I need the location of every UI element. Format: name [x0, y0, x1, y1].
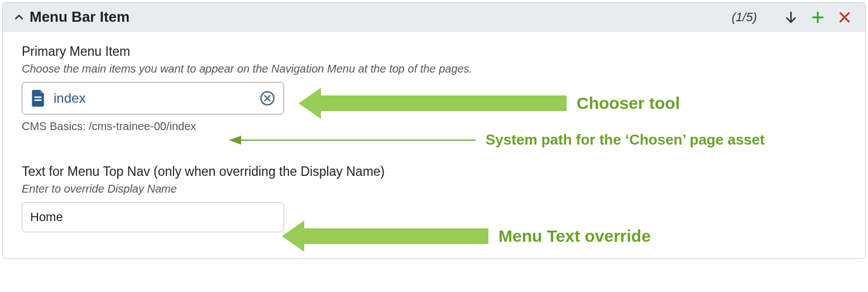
primary-menu-help: Choose the main items you want to appear… — [22, 63, 846, 75]
panel-title: Menu Bar Item — [30, 8, 130, 26]
move-down-icon[interactable] — [783, 9, 799, 26]
remove-item-icon[interactable] — [836, 9, 853, 26]
override-label: Text for Menu Top Nav (only when overrid… — [22, 164, 846, 179]
add-item-icon[interactable] — [809, 9, 826, 26]
page-icon — [30, 89, 46, 107]
clear-chooser-icon[interactable] — [259, 90, 276, 107]
page-chooser[interactable]: index — [22, 82, 284, 114]
item-count: (1/5) — [732, 10, 757, 25]
annotation-override: Menu Text override — [498, 227, 651, 246]
chosen-asset-path: CMS Basics: /cms-trainee-00/index — [22, 120, 846, 133]
panel-header: Menu Bar Item (1/5) — [3, 3, 865, 32]
primary-menu-label: Primary Menu Item — [22, 44, 846, 59]
override-help: Enter to override Display Name — [22, 183, 846, 195]
collapse-icon[interactable] — [13, 11, 25, 23]
svg-rect-6 — [35, 99, 42, 101]
chooser-selected-name: index — [54, 90, 85, 106]
arrow-icon — [282, 221, 488, 252]
override-text-input[interactable] — [22, 202, 284, 232]
menu-bar-item-panel: Menu Bar Item (1/5) Primary Menu Item Ch… — [2, 2, 866, 259]
svg-rect-5 — [35, 97, 42, 98]
panel-body: Primary Menu Item Choose the main items … — [3, 32, 865, 258]
